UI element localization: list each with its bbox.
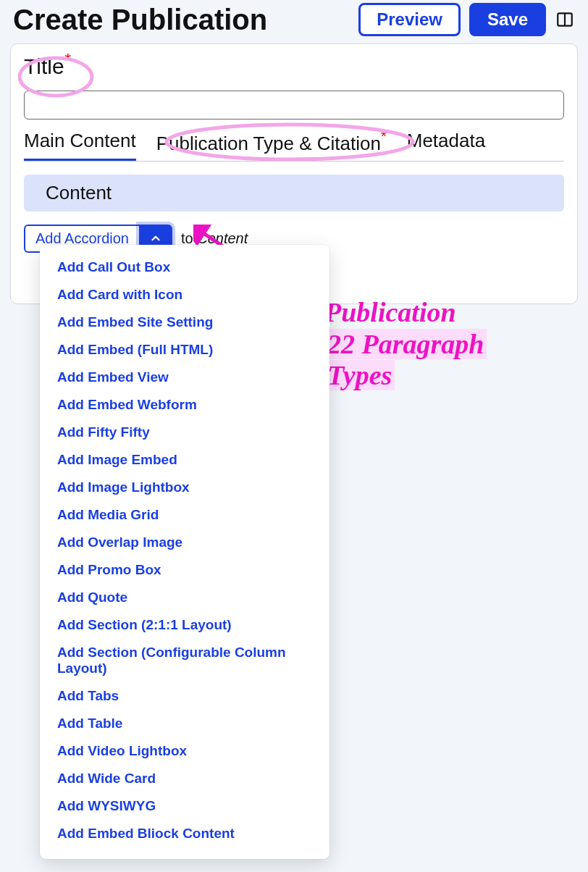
page-title: Create Publication xyxy=(13,4,267,36)
dropdown-item[interactable]: Add Promo Box xyxy=(40,556,329,584)
content-section-heading: Content xyxy=(24,175,564,211)
tabs: Main Content Publication Type & Citation… xyxy=(24,130,564,162)
dropdown-item[interactable]: Add Fifty Fifty xyxy=(40,419,329,446)
chevron-up-icon xyxy=(149,232,162,245)
dropdown-item[interactable]: Add Table xyxy=(40,710,329,737)
required-asterisk: * xyxy=(65,50,72,68)
dropdown-item[interactable]: Add Section (Configurable Column Layout) xyxy=(40,639,329,682)
preview-button[interactable]: Preview xyxy=(358,3,461,36)
page: Create Publication Preview Save Title* M… xyxy=(0,0,588,872)
tab-main-content[interactable]: Main Content xyxy=(24,130,136,161)
page-header: Create Publication Preview Save xyxy=(0,0,588,36)
dropdown-item[interactable]: Add Embed View xyxy=(40,364,329,391)
dropdown-item[interactable]: Add Overlap Image xyxy=(40,529,329,556)
title-field-row: Title* xyxy=(24,51,564,79)
dropdown-item[interactable]: Add Quote xyxy=(40,584,329,611)
save-button[interactable]: Save xyxy=(469,3,546,36)
title-field-label: Title* xyxy=(24,51,71,79)
header-actions: Preview Save xyxy=(358,3,575,36)
tab-publication-type-citation[interactable]: Publication Type & Citation* xyxy=(156,130,387,161)
dropdown-item[interactable]: Add Embed (Full HTML) xyxy=(40,336,329,364)
required-asterisk: * xyxy=(381,128,387,144)
dropdown-item[interactable]: Add Wide Card xyxy=(40,765,329,792)
sidebar-toggle-icon[interactable] xyxy=(555,9,575,30)
dropdown-item[interactable]: Add Call Out Box xyxy=(40,253,329,281)
dropdown-item[interactable]: Add Image Lightbox xyxy=(40,474,329,501)
annotation-text: Publication 22 Paragraph Types xyxy=(324,297,487,392)
tab-metadata[interactable]: Metadata xyxy=(407,130,485,161)
dropdown-item[interactable]: Add Embed Bliock Content xyxy=(40,820,329,847)
dropdown-item[interactable]: Add Embed Site Setting xyxy=(40,309,329,336)
dropdown-item[interactable]: Add Embed Webform xyxy=(40,391,329,419)
dropdown-item[interactable]: Add WYSIWYG xyxy=(40,792,329,820)
dropdown-item[interactable]: Add Media Grid xyxy=(40,501,329,529)
dropdown-item[interactable]: Add Card with Icon xyxy=(40,281,329,309)
dropdown-item[interactable]: Add Tabs xyxy=(40,682,329,710)
add-paragraph-dropdown: Add Call Out Box Add Card with Icon Add … xyxy=(40,245,329,859)
dropdown-item[interactable]: Add Section (2:1:1 Layout) xyxy=(40,611,329,639)
dropdown-item[interactable]: Add Image Embed xyxy=(40,446,329,474)
title-input[interactable] xyxy=(24,91,564,120)
dropdown-item[interactable]: Add Video Lightbox xyxy=(40,737,329,765)
